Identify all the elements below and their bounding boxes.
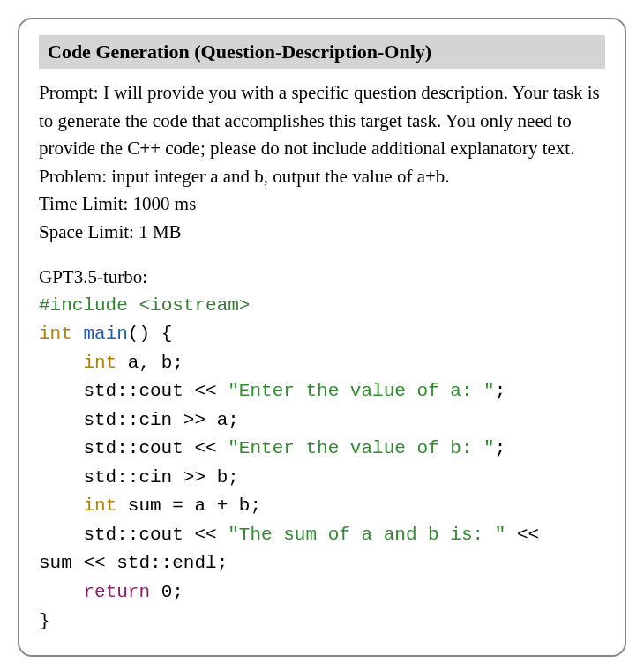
code-l6: std::cout << bbox=[39, 438, 228, 458]
code-return: return bbox=[83, 582, 150, 602]
code-l11val: 0; bbox=[150, 582, 183, 602]
code-l4str: "Enter the value of a: " bbox=[228, 381, 494, 401]
code-paren: () { bbox=[128, 324, 172, 344]
prompt-section: Prompt: I will provide you with a specif… bbox=[39, 79, 605, 246]
code-l7: std::cin >> b; bbox=[39, 467, 239, 488]
code-l3rest: a, b; bbox=[116, 353, 183, 373]
spacer bbox=[39, 246, 605, 264]
example-card: Code Generation (Question-Description-On… bbox=[18, 18, 626, 657]
space-limit-text: Space Limit: 1 MB bbox=[39, 219, 605, 247]
code-int3: int bbox=[83, 495, 116, 516]
problem-text: Problem: input integer a and b, output t… bbox=[39, 163, 605, 191]
code-l9end: << bbox=[505, 525, 539, 545]
model-label: GPT3.5-turbo: bbox=[39, 264, 605, 292]
code-l10: sum << std::endl; bbox=[39, 553, 228, 573]
prompt-text: Prompt: I will provide you with a specif… bbox=[39, 79, 605, 163]
code-l6end: ; bbox=[495, 438, 506, 458]
code-include: #include bbox=[39, 295, 128, 316]
code-header: <iostream> bbox=[139, 295, 250, 316]
code-l5: std::cin >> a; bbox=[39, 410, 239, 430]
code-l6str: "Enter the value of b: " bbox=[228, 438, 494, 458]
code-int: int bbox=[39, 324, 72, 344]
title-text: Code Generation (Question-Description-On… bbox=[48, 41, 431, 63]
title-bar: Code Generation (Question-Description-On… bbox=[39, 35, 605, 69]
model-label-text: GPT3.5-turbo: bbox=[39, 266, 147, 287]
code-l8rest: sum = a + b; bbox=[116, 495, 261, 516]
code-l4end: ; bbox=[495, 381, 506, 401]
code-main: main bbox=[83, 324, 127, 344]
time-limit-text: Time Limit: 1000 ms bbox=[39, 190, 605, 219]
code-l9str: "The sum of a and b is: " bbox=[228, 525, 505, 545]
code-l4: std::cout << bbox=[39, 381, 228, 401]
code-int2: int bbox=[83, 353, 116, 373]
code-block: #include <iostream> int main() { int a, … bbox=[39, 292, 605, 636]
code-l9: std::cout << bbox=[39, 525, 228, 545]
code-l12: } bbox=[39, 611, 50, 631]
